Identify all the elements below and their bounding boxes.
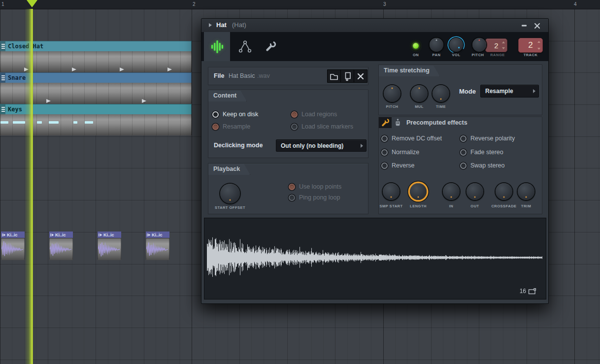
keys-note	[0, 121, 8, 124]
volume-knob[interactable]	[449, 38, 463, 52]
selection-icon[interactable]	[528, 288, 536, 295]
increment-icon[interactable]	[537, 41, 540, 43]
trim-label: TRIM	[521, 204, 531, 208]
pan-label: PAN	[433, 53, 441, 57]
track-selector[interactable]: 2	[518, 38, 543, 53]
remove-dc-offset-label[interactable]: Remove DC offset	[392, 135, 442, 142]
out-knob[interactable]	[467, 183, 483, 200]
use-loop-points-radio[interactable]	[289, 184, 295, 190]
fade-stereo-label[interactable]: Fade stereo	[470, 149, 503, 156]
minimize-button[interactable]	[520, 22, 529, 30]
robot-icon[interactable]	[394, 118, 401, 129]
ts-mul-knob[interactable]	[411, 85, 428, 102]
keep-on-disk-label[interactable]: Keep on disk	[223, 111, 258, 118]
clip-start-icon	[50, 233, 54, 237]
time-stretching-header: Time stretching	[378, 65, 440, 76]
clip-snare[interactable]: Snare	[0, 72, 192, 83]
reverse-polarity-radio[interactable]	[460, 135, 467, 142]
out-label: OUT	[470, 204, 479, 208]
normalize-label[interactable]: Normalize	[392, 149, 419, 156]
pitch-range-value: 2	[494, 41, 498, 50]
reverse-label[interactable]: Reverse	[392, 162, 415, 169]
reverse-polarity-label[interactable]: Reverse polarity	[470, 135, 515, 142]
swap-stereo-label[interactable]: Swap stereo	[470, 162, 504, 169]
clip-closed-hat-body[interactable]	[0, 51, 192, 72]
pitch-range-selector[interactable]: 2	[485, 38, 507, 52]
stretch-mode-value: Resample	[485, 88, 513, 95]
kick-waveform	[146, 238, 170, 261]
crossfade-knob[interactable]	[496, 183, 512, 200]
smp-start-knob[interactable]	[383, 183, 400, 200]
close-icon	[534, 23, 540, 29]
clip-name: Keys	[8, 106, 22, 113]
browse-sample-button[interactable]	[328, 70, 340, 82]
load-regions-label[interactable]: Load regions	[301, 111, 337, 118]
load-slice-markers-radio[interactable]	[291, 124, 298, 130]
clip-menu-icon[interactable]	[0, 41, 5, 51]
ts-time-knob[interactable]	[433, 85, 449, 102]
remove-dc-offset-radio[interactable]	[381, 135, 388, 142]
file-label: File	[214, 72, 225, 79]
tab-sample[interactable]	[204, 32, 230, 61]
locate-sample-button[interactable]	[341, 70, 354, 82]
robot-icon-glyph	[394, 118, 401, 127]
sampler-channel-window: Hat (Hat)	[201, 18, 549, 304]
decrement-icon[interactable]	[537, 48, 540, 50]
clip-snare-body[interactable]	[0, 83, 192, 104]
resample-label[interactable]: Resample	[223, 123, 250, 131]
trim-knob[interactable]	[518, 183, 534, 200]
channel-on-led[interactable]	[411, 41, 420, 50]
pitch-knob[interactable]	[472, 38, 486, 52]
sample-waveform[interactable]	[205, 219, 545, 298]
range-label: RANGE	[490, 53, 505, 57]
file-name[interactable]: Hat Basic	[229, 72, 255, 80]
tab-envelope[interactable]	[232, 32, 258, 61]
clip-menu-icon[interactable]	[0, 73, 5, 83]
playlist-timeline[interactable]: 1 2 3 4	[0, 0, 600, 9]
sample-view-panel: 16	[204, 218, 546, 299]
clip-keys[interactable]: Keys	[0, 104, 192, 114]
swap-stereo-radio[interactable]	[460, 163, 467, 169]
clear-icon	[356, 71, 366, 81]
ts-mul-label: MUL	[415, 104, 424, 109]
fade-stereo-radio[interactable]	[460, 149, 467, 156]
declicking-mode-label: Declicking mode	[214, 142, 263, 149]
ts-pitch-knob[interactable]	[384, 85, 400, 102]
window-titlebar[interactable]: Hat (Hat)	[201, 19, 548, 33]
stretch-mode-dropdown[interactable]: Resample	[480, 85, 539, 98]
playhead-marker[interactable]	[27, 0, 37, 7]
clip-name: Ki..ic	[7, 232, 18, 237]
normalize-radio[interactable]	[381, 149, 388, 156]
ping-pong-loop-radio[interactable]	[289, 195, 295, 201]
precompute-wrench-button[interactable]	[379, 117, 392, 128]
clip-name: Closed Hat	[8, 43, 43, 50]
declicking-mode-dropdown[interactable]: Out only (no bleeding)	[276, 139, 367, 152]
clip-name: Ki..ic	[152, 232, 163, 237]
bit-depth-value[interactable]: 16	[520, 288, 526, 295]
window-menu-caret-icon[interactable]	[209, 23, 212, 27]
keys-note	[37, 121, 42, 124]
close-button[interactable]	[533, 22, 541, 30]
keep-on-disk-radio[interactable]	[212, 111, 219, 118]
resample-radio[interactable]	[212, 124, 219, 130]
length-knob[interactable]	[410, 183, 427, 200]
keys-note	[13, 121, 25, 124]
decrement-icon[interactable]	[502, 47, 505, 49]
increment-icon[interactable]	[502, 41, 505, 43]
file-buttons	[327, 69, 367, 83]
vol-label: VOL	[452, 53, 461, 57]
clear-sample-button[interactable]	[354, 70, 367, 82]
tab-misc[interactable]	[259, 32, 282, 61]
use-loop-points-label[interactable]: Use loop points	[299, 183, 341, 191]
in-knob[interactable]	[443, 183, 460, 200]
pan-knob[interactable]	[430, 38, 443, 52]
clip-closed-hat[interactable]: Closed Hat	[0, 41, 192, 51]
kick-waveform	[50, 238, 73, 261]
start-offset-knob[interactable]	[220, 184, 240, 203]
clip-menu-icon[interactable]	[0, 104, 5, 114]
load-regions-radio[interactable]	[291, 111, 298, 118]
reverse-radio[interactable]	[381, 163, 388, 169]
ping-pong-loop-label[interactable]: Ping pong loop	[299, 194, 340, 201]
load-slice-markers-label[interactable]: Load slice markers	[301, 123, 353, 131]
clip-keys-body[interactable]	[0, 114, 192, 135]
